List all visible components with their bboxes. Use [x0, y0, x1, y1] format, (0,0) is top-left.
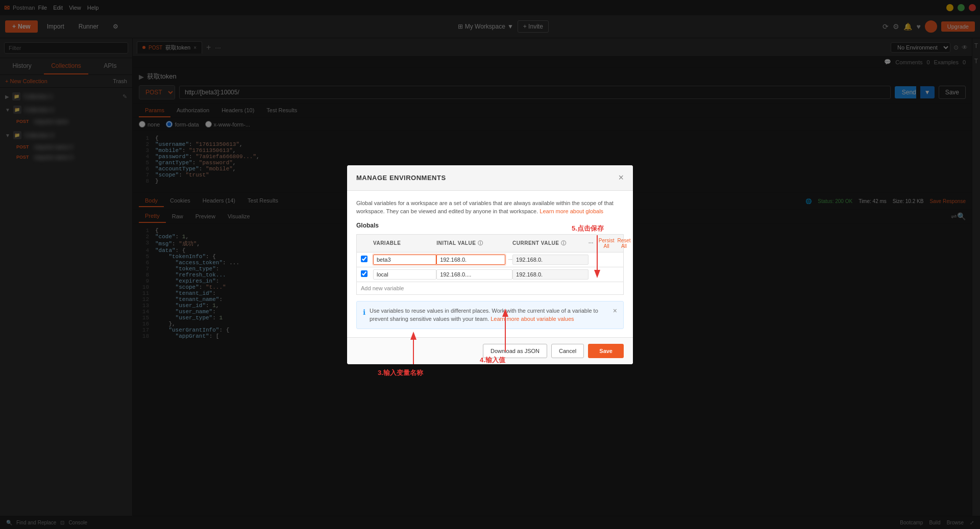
persist-all-button[interactable]: Persist All [599, 238, 615, 249]
learn-more-globals-link[interactable]: Learn more about globals [540, 208, 603, 214]
info-close-button[interactable]: × [613, 307, 617, 315]
modal-overlay: MANAGE ENVIRONMENTS × Global variables f… [0, 0, 980, 529]
modal-header: MANAGE ENVIRONMENTS × [347, 165, 633, 191]
col-actions-header: ··· Persist All Reset All [589, 238, 619, 249]
modal-body: Global variables for a workspace are a s… [347, 191, 633, 337]
manage-environments-modal: MANAGE ENVIRONMENTS × Global variables f… [347, 165, 633, 364]
row2-checkbox[interactable] [361, 270, 368, 277]
info-text: Use variables to reuse values in differe… [370, 307, 609, 323]
row2-current-input[interactable] [512, 269, 589, 280]
col-current-header: CURRENT VALUE ⓘ [512, 240, 589, 247]
info-icon-initial: ⓘ [478, 240, 483, 247]
env-table-row-1: ··· [356, 253, 624, 267]
env-table-header: VARIABLE INITIAL VALUE ⓘ CURRENT VALUE ⓘ… [356, 234, 624, 253]
add-variable-row[interactable]: Add new variable [356, 282, 624, 295]
info-banner: ℹ Use variables to reuse values in diffe… [356, 301, 624, 329]
reset-all-button[interactable]: Reset All [617, 238, 630, 249]
learn-more-variables-link[interactable]: Learn more about variable values [491, 316, 574, 322]
row2-variable-input[interactable] [373, 269, 436, 280]
col-variable-header: VARIABLE [373, 240, 436, 246]
globals-section-title: Globals [356, 222, 624, 229]
col-initial-header: INITIAL VALUE ⓘ [436, 240, 512, 247]
env-table-row-2 [356, 267, 624, 282]
modal-save-button[interactable]: Save [588, 344, 624, 358]
row1-variable-input[interactable] [373, 255, 436, 265]
cancel-button[interactable]: Cancel [551, 344, 584, 358]
info-circle-icon: ℹ [363, 307, 365, 318]
download-json-button[interactable]: Download as JSON [483, 344, 547, 358]
row1-current-input[interactable] [512, 255, 589, 265]
more-options-btn[interactable]: ··· [589, 240, 594, 246]
modal-close-button[interactable]: × [618, 172, 624, 183]
row2-initial-input[interactable] [436, 269, 512, 280]
modal-description: Global variables for a workspace are a s… [356, 199, 624, 216]
info-icon-current: ⓘ [561, 240, 567, 247]
row1-initial-input[interactable] [436, 255, 505, 265]
modal-title: MANAGE ENVIRONMENTS [356, 174, 446, 182]
row1-checkbox[interactable] [361, 256, 368, 262]
modal-footer: Download as JSON Cancel Save [347, 337, 633, 364]
